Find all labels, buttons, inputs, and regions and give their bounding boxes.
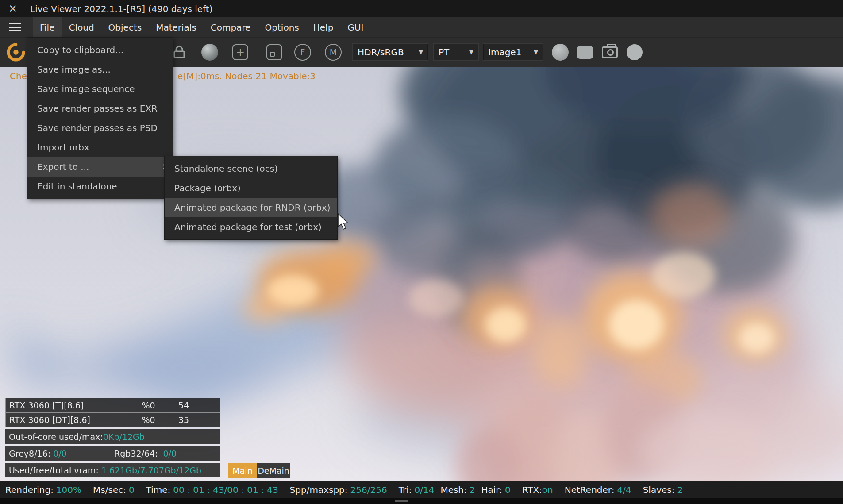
clay-ball-button[interactable] bbox=[550, 42, 570, 62]
bottom-edge-strip bbox=[0, 498, 843, 504]
tab-demain[interactable]: DeMain bbox=[257, 463, 290, 478]
status-item-rendering: Rendering:100% bbox=[5, 485, 81, 495]
status-item-hair: Hair:0 bbox=[481, 485, 511, 495]
status-item-slaves: Slaves:2 bbox=[643, 485, 683, 495]
chevron-down-icon: ▼ bbox=[414, 49, 423, 55]
vram-value: 1.621Gb/7.707Gb/12Gb bbox=[101, 466, 201, 475]
gpu-table: RTX 3060 [T][8.6] %0 54 RTX 3060 [DT][8.… bbox=[5, 398, 220, 427]
color-space-dropdown[interactable]: HDR/sRGB ▼ bbox=[353, 44, 428, 60]
window-title: Live Viewer 2022.1.1-[R5] (490 days left… bbox=[30, 4, 213, 14]
gpu-row: RTX 3060 [DT][8.6] %0 35 bbox=[6, 412, 220, 427]
octane-swirl-icon bbox=[6, 42, 26, 62]
save-image-sequence-item[interactable]: Save image sequence bbox=[27, 79, 173, 99]
menu-item-help[interactable]: Help bbox=[306, 17, 341, 37]
standalone-scene-item[interactable]: Standalone scene (ocs) bbox=[165, 159, 337, 178]
menu-item-materials[interactable]: Materials bbox=[149, 17, 204, 37]
menu-item-cloud[interactable]: Cloud bbox=[62, 17, 101, 37]
gpu-name: RTX 3060 [DT][8.6] bbox=[6, 413, 130, 427]
lock-icon bbox=[172, 45, 186, 60]
tab-main[interactable]: Main bbox=[228, 463, 257, 478]
sphere-icon bbox=[201, 44, 218, 61]
menu-item-objects[interactable]: Objects bbox=[101, 17, 149, 37]
viewport-hud-right-text: e[M]:0ms. Nodes:21 Movable:3 bbox=[177, 71, 316, 81]
status-item-spp: Spp/maxspp:256/256 bbox=[290, 485, 387, 495]
render-mode-dropdown[interactable]: PT ▼ bbox=[434, 44, 478, 60]
film-region-button[interactable] bbox=[575, 42, 595, 62]
camera-button[interactable] bbox=[600, 42, 620, 62]
render-mode-value: PT bbox=[439, 47, 449, 58]
hamburger-menu-button[interactable] bbox=[9, 17, 21, 37]
square-dot-icon bbox=[266, 44, 282, 60]
status-item-time: Time:00 : 01 : 43/00 : 01 : 43 bbox=[146, 485, 278, 495]
octane-logo-button[interactable] bbox=[6, 42, 26, 62]
hamburger-icon bbox=[9, 23, 21, 24]
status-item-mesh: Mesh:2 bbox=[440, 485, 475, 495]
circle-f-icon: F bbox=[294, 44, 311, 61]
save-image-as-item[interactable]: Save image as... bbox=[27, 60, 173, 79]
status-item-netrender: NetRender:4/4 bbox=[565, 485, 631, 495]
rgb-value: 0/0 bbox=[163, 449, 177, 458]
vram-label: Used/free/total vram: bbox=[9, 466, 99, 475]
out-of-core-value: 0Kb/12Gb bbox=[103, 432, 145, 442]
edit-in-standalone-item[interactable]: Edit in standalone bbox=[27, 177, 173, 196]
menu-item-compare[interactable]: Compare bbox=[204, 17, 258, 37]
filled-circle-icon bbox=[627, 44, 643, 60]
gpu-stats-panel: RTX 3060 [T][8.6] %0 54 RTX 3060 [DT][8.… bbox=[5, 398, 220, 477]
menu-item-options[interactable]: Options bbox=[258, 17, 306, 37]
focus-picker-button[interactable]: F bbox=[293, 42, 312, 62]
color-space-value: HDR/sRGB bbox=[358, 47, 404, 58]
import-orbx-item[interactable]: Import orbx bbox=[27, 138, 173, 157]
mouse-cursor bbox=[335, 212, 351, 233]
package-orbx-item[interactable]: Package (orbx) bbox=[165, 178, 337, 198]
chevron-down-icon: ▼ bbox=[465, 49, 473, 55]
file-menu: Copy to clipboard... Save image as... Sa… bbox=[27, 37, 173, 199]
grey-value: 0/0 bbox=[53, 449, 67, 458]
shaded-ball-icon bbox=[552, 44, 569, 61]
rgb-label: Rgb32/64: bbox=[114, 449, 158, 458]
copy-to-clipboard-item[interactable]: Copy to clipboard... bbox=[27, 40, 173, 60]
out-of-core-label: Out-of-core used/max: bbox=[9, 432, 103, 442]
gpu-value: 35 bbox=[167, 413, 220, 427]
save-passes-exr-item[interactable]: Save render passes as EXR bbox=[27, 99, 173, 118]
grey-label: Grey8/16: bbox=[9, 449, 50, 458]
gpu-usage: %0 bbox=[130, 413, 167, 427]
gpu-value: 54 bbox=[167, 398, 220, 412]
camera-icon bbox=[602, 46, 618, 58]
menubar: File Cloud Objects Materials Compare Opt… bbox=[0, 17, 843, 37]
grey-rgb-row: Grey8/16: 0/0 Rgb32/64: 0/0 bbox=[5, 446, 220, 461]
gpu-row: RTX 3060 [T][8.6] %0 54 bbox=[6, 398, 220, 412]
animated-package-test-item[interactable]: Animated package for test (orbx) bbox=[165, 217, 337, 237]
render-dot-button[interactable] bbox=[625, 42, 644, 62]
menu-item-file[interactable]: File bbox=[33, 17, 62, 37]
status-bar: Rendering:100% Ms/sec:0 Time:00 : 01 : 4… bbox=[0, 481, 843, 498]
out-of-core-row: Out-of-core used/max: 0Kb/12Gb bbox=[5, 429, 220, 444]
export-submenu: Standalone scene (ocs) Package (orbx) An… bbox=[164, 156, 338, 240]
sphere-button[interactable] bbox=[200, 42, 219, 62]
export-to-item[interactable]: Export to ... › bbox=[27, 157, 173, 177]
titlebar: × Live Viewer 2022.1.1-[R5] (490 days le… bbox=[0, 0, 843, 17]
scrollbar-handle[interactable] bbox=[395, 500, 408, 502]
rounded-square-icon bbox=[577, 46, 593, 59]
circle-m-icon: M bbox=[325, 44, 342, 61]
square-plus-button[interactable]: + bbox=[231, 42, 250, 62]
vram-row: Used/free/total vram: 1.621Gb/7.707Gb/12… bbox=[5, 463, 220, 477]
animated-package-rndr-item[interactable]: Animated package for RNDR (orbx) bbox=[165, 198, 337, 217]
square-plus-icon: + bbox=[232, 44, 248, 60]
status-item-ms-sec: Ms/sec:0 bbox=[93, 485, 135, 495]
chevron-down-icon: ▼ bbox=[529, 49, 538, 55]
gpu-usage: %0 bbox=[130, 398, 167, 412]
close-button[interactable]: × bbox=[6, 0, 19, 17]
menu-item-gui[interactable]: GUI bbox=[340, 17, 370, 37]
save-passes-psd-item[interactable]: Save render passes as PSD bbox=[27, 118, 173, 138]
image-slot-value: Image1 bbox=[488, 47, 521, 58]
material-picker-button[interactable]: M bbox=[323, 42, 343, 62]
image-slot-dropdown[interactable]: Image1 ▼ bbox=[483, 44, 543, 60]
status-item-tri: Tri:0/14 bbox=[399, 485, 435, 495]
gpu-name: RTX 3060 [T][8.6] bbox=[6, 398, 130, 412]
square-dot-button[interactable] bbox=[265, 42, 284, 62]
status-item-rtx: RTX:on bbox=[522, 485, 553, 495]
